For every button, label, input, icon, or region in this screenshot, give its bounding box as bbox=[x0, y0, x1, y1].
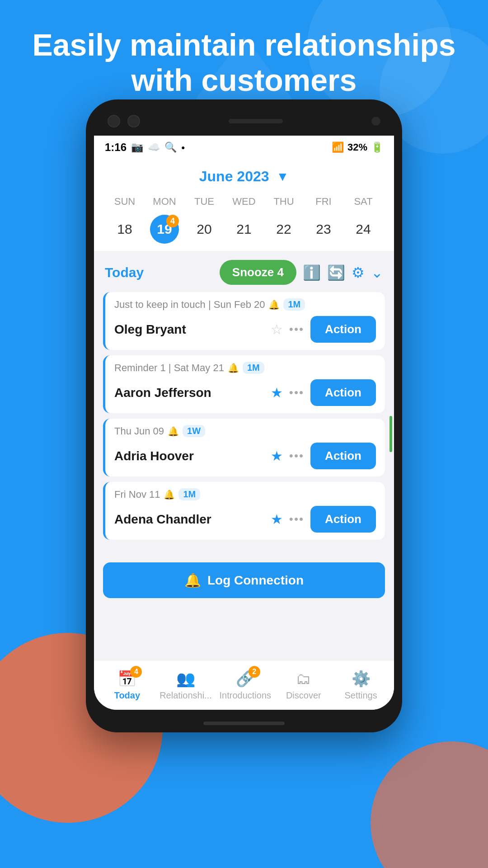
info-icon[interactable]: ℹ️ bbox=[303, 264, 321, 281]
day-sat: SAT bbox=[343, 194, 383, 209]
relationships-nav-label: Relationshi... bbox=[160, 690, 212, 701]
location-icon: 🔍 bbox=[164, 142, 177, 153]
bottom-nav: 📅 4 Today 👥 Relationshi... 🔗 2 Introduct… bbox=[94, 660, 394, 710]
relationships-nav-icon: 👥 bbox=[176, 670, 195, 688]
reminder-icon-1: 🔔 bbox=[228, 363, 239, 373]
today-nav-badge: 4 bbox=[130, 666, 142, 678]
introductions-nav-label: Introductions bbox=[220, 690, 272, 701]
settings-nav-label: Settings bbox=[344, 690, 377, 701]
reminder-icon-0: 🔔 bbox=[268, 299, 280, 310]
introductions-nav-badge: 2 bbox=[249, 666, 260, 678]
star-button-0[interactable]: ☆ bbox=[271, 321, 283, 337]
day-sun: SUN bbox=[105, 194, 145, 209]
hero-title: Easily maintain relationships with custo… bbox=[0, 27, 488, 98]
more-button-3[interactable]: ••• bbox=[289, 512, 304, 526]
date-18[interactable]: 18 bbox=[105, 215, 145, 244]
home-bar bbox=[203, 722, 285, 725]
contact-name-3: Adena Chandler bbox=[114, 512, 264, 527]
day-wed: WED bbox=[224, 194, 264, 209]
scrollable-content: Today Snooze 4 ℹ️ 🔄 ⚙ ⌄ Just to keep in … bbox=[94, 251, 394, 660]
date-number-23: 23 bbox=[309, 215, 338, 244]
card-meta-text-0: Just to keep in touch | Sun Feb 20 bbox=[114, 299, 265, 311]
nav-discover[interactable]: 🗂 Discover bbox=[279, 670, 328, 701]
camera-group bbox=[108, 115, 140, 127]
card-badge-1: 1M bbox=[243, 362, 264, 374]
date-24[interactable]: 24 bbox=[343, 215, 383, 244]
expand-icon[interactable]: ⌄ bbox=[371, 264, 383, 281]
day-fri: FRI bbox=[304, 194, 343, 209]
log-btn-label: Log Connection bbox=[207, 573, 304, 588]
star-button-1[interactable]: ★ bbox=[271, 385, 283, 401]
introductions-nav-icon: 🔗 2 bbox=[236, 670, 255, 688]
action-button-2[interactable]: Action bbox=[310, 443, 376, 469]
reminder-icon-3: 🔔 bbox=[164, 489, 175, 500]
action-button-1[interactable]: Action bbox=[310, 379, 376, 406]
date-number-24: 24 bbox=[349, 215, 378, 244]
nav-relationships[interactable]: 👥 Relationshi... bbox=[160, 670, 212, 701]
more-button-2[interactable]: ••• bbox=[289, 449, 304, 463]
scroll-indicator bbox=[389, 416, 392, 452]
nav-settings[interactable]: ⚙️ Settings bbox=[336, 670, 386, 701]
bg-decoration-5 bbox=[371, 741, 488, 868]
card-meta-1: Reminder 1 | Sat May 21 🔔 1M bbox=[105, 355, 385, 376]
card-meta-text-2: Thu Jun 09 bbox=[114, 425, 164, 437]
contact-card-2: Thu Jun 09 🔔 1W Adria Hoover ★ ••• Actio… bbox=[103, 419, 385, 476]
action-button-0[interactable]: Action bbox=[310, 316, 376, 343]
settings-nav-icon: ⚙️ bbox=[352, 670, 371, 688]
more-button-0[interactable]: ••• bbox=[289, 322, 304, 336]
contact-name-0: Oleg Bryant bbox=[114, 322, 264, 337]
date-row: 18 19 4 20 21 22 2 bbox=[105, 215, 383, 251]
card-badge-3: 1M bbox=[178, 488, 200, 500]
phone-frame: 1:16 📷 ☁️ 🔍 ● 📶 32% 🔋 June 2023 ▼ bbox=[86, 99, 402, 732]
action-button-3[interactable]: Action bbox=[310, 506, 376, 533]
refresh-icon[interactable]: 🔄 bbox=[327, 264, 345, 281]
today-toolbar: Today Snooze 4 ℹ️ 🔄 ⚙ ⌄ bbox=[94, 251, 394, 292]
camera-lens-2 bbox=[127, 115, 140, 127]
dot-icon: ● bbox=[181, 144, 185, 151]
more-button-1[interactable]: ••• bbox=[289, 386, 304, 400]
contact-name-1: Aaron Jefferson bbox=[114, 386, 264, 400]
nav-today[interactable]: 📅 4 Today bbox=[102, 670, 152, 701]
date-23[interactable]: 23 bbox=[304, 215, 343, 244]
card-meta-3: Fri Nov 11 🔔 1M bbox=[105, 482, 385, 502]
today-label: Today bbox=[105, 265, 213, 280]
wifi-icon: 📶 bbox=[332, 142, 344, 153]
date-19[interactable]: 19 4 bbox=[145, 215, 184, 244]
card-body-0: Oleg Bryant ☆ ••• Action bbox=[105, 312, 385, 350]
log-connection-button[interactable]: 🔔 Log Connection bbox=[103, 562, 385, 598]
card-meta-2: Thu Jun 09 🔔 1W bbox=[105, 419, 385, 439]
contact-card-3: Fri Nov 11 🔔 1M Adena Chandler ★ ••• Act… bbox=[103, 482, 385, 540]
spacer bbox=[94, 540, 394, 553]
battery-icon: 🔋 bbox=[371, 142, 383, 153]
card-badge-0: 1M bbox=[283, 298, 305, 311]
date-20[interactable]: 20 bbox=[184, 215, 224, 244]
discover-nav-label: Discover bbox=[286, 690, 321, 701]
discover-nav-icon: 🗂 bbox=[296, 670, 311, 688]
camera-lens-1 bbox=[108, 115, 120, 127]
day-mon: MON bbox=[145, 194, 184, 209]
today-nav-label: Today bbox=[114, 690, 140, 701]
snooze-button[interactable]: Snooze 4 bbox=[220, 260, 296, 285]
star-button-3[interactable]: ★ bbox=[271, 511, 283, 527]
date-number-18: 18 bbox=[110, 215, 139, 244]
date-number-20: 20 bbox=[190, 215, 219, 244]
card-meta-text-1: Reminder 1 | Sat May 21 bbox=[114, 362, 224, 374]
filter-icon[interactable]: ⚙ bbox=[352, 264, 365, 281]
date-22[interactable]: 22 bbox=[264, 215, 304, 244]
date-number-22: 22 bbox=[269, 215, 298, 244]
speaker bbox=[229, 119, 283, 123]
chevron-down-icon[interactable]: ▼ bbox=[277, 170, 289, 184]
status-bar: 1:16 📷 ☁️ 🔍 ● 📶 32% 🔋 bbox=[94, 136, 394, 159]
front-camera bbox=[371, 117, 380, 126]
nav-introductions[interactable]: 🔗 2 Introductions bbox=[220, 670, 272, 701]
star-button-2[interactable]: ★ bbox=[271, 448, 283, 464]
date-21[interactable]: 21 bbox=[224, 215, 264, 244]
date-number-21: 21 bbox=[230, 215, 258, 244]
reminder-icon-2: 🔔 bbox=[168, 426, 179, 437]
time-display: 1:16 bbox=[105, 141, 127, 154]
calendar-section: June 2023 ▼ SUN MON TUE WED THU FRI SAT … bbox=[94, 159, 394, 251]
today-badge: 4 bbox=[166, 215, 179, 227]
instagram-icon: 📷 bbox=[131, 142, 143, 153]
battery-level: 32% bbox=[347, 142, 367, 153]
contact-card-1: Reminder 1 | Sat May 21 🔔 1M Aaron Jeffe… bbox=[103, 355, 385, 413]
